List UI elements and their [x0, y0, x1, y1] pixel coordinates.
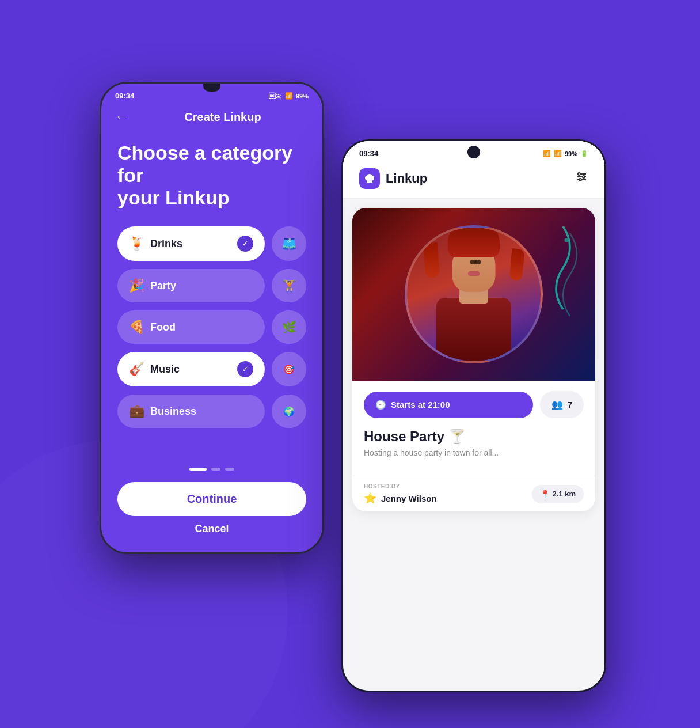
continue-button[interactable]: Continue [117, 482, 306, 516]
svg-point-6 [564, 238, 568, 242]
dot-1 [189, 468, 207, 471]
back-arrow-button[interactable]: ← [115, 109, 128, 124]
phone-back: 09:34 G; 📶 99% ← Create Linkup Choose a… [100, 82, 324, 554]
host-name: Jenny Wilson [381, 494, 437, 503]
front-signal-icon: 📶 [554, 150, 562, 157]
battery-icon: 🔋 [580, 150, 588, 157]
dots-indicator [117, 468, 306, 471]
pin-icon: 📍 [540, 490, 550, 499]
extra-button-2[interactable]: 🌍 [272, 395, 306, 428]
people-icon: 👥 [551, 399, 563, 410]
hosted-label: HOSTED BY [364, 483, 437, 490]
drinks-row: 🍹 Drinks ✓ 🩳 [117, 226, 306, 261]
hosted-by: HOSTED BY ⭐ Jenny Wilson [364, 483, 437, 505]
back-bottom-section: Continue Cancel [101, 456, 322, 552]
event-title: House Party 🍸 [364, 429, 584, 445]
party-button[interactable]: 🎉 Party [117, 269, 265, 302]
app-header: Linkup [343, 161, 604, 199]
drinks-check: ✓ [237, 236, 253, 252]
card-image [352, 208, 595, 381]
event-card: 🕘 Starts at 21:00 👥 7 House Party 🍸 Host… [352, 208, 595, 511]
back-screen-title: Create Linkup [137, 111, 309, 124]
nature-button[interactable]: 🌿 [272, 310, 306, 344]
continue-label: Continue [187, 492, 237, 505]
back-nav-header: ← Create Linkup [101, 104, 322, 130]
battery-text: 99% [296, 93, 309, 100]
party-label: Party [150, 280, 176, 292]
dot-2 [211, 468, 220, 471]
people-count-button[interactable]: 👥 7 [540, 391, 584, 418]
front-wifi-icon: 📶 [543, 150, 551, 157]
star-icon: ⭐ [364, 492, 376, 505]
party-row: 🎉 Party 🏋️ [117, 269, 306, 302]
music-row: 🎸 Music ✓ 🎯 [117, 352, 306, 386]
app-logo-icon [359, 168, 380, 189]
starts-at-button[interactable]: 🕘 Starts at 21:00 [364, 392, 533, 418]
category-list: 🍹 Drinks ✓ 🩳 🎉 Party 🏋 [117, 226, 306, 428]
food-button[interactable]: 🍕 Food [117, 310, 265, 344]
front-time: 09:34 [359, 149, 378, 158]
app-name: Linkup [386, 171, 427, 186]
svg-point-5 [579, 179, 581, 181]
drinks-label: Drinks [150, 238, 182, 250]
choose-title: Choose a category foryour Linkup [117, 142, 306, 209]
business-label: Business [150, 405, 196, 418]
clock-icon: 🕘 [375, 400, 386, 410]
party-emoji: 🎉 [129, 278, 144, 293]
distance-badge: 📍 2.1 km [532, 485, 584, 503]
people-number: 7 [568, 400, 572, 410]
app-logo: Linkup [359, 168, 427, 189]
signal-icon: 📶 [285, 92, 293, 100]
music-label: Music [150, 363, 180, 376]
drinks-button[interactable]: 🍹 Drinks ✓ [117, 226, 265, 261]
card-info: House Party 🍸 Hosting a house party in t… [352, 426, 595, 476]
extra-button-1[interactable]: 🎯 [272, 352, 306, 386]
back-notch [203, 84, 220, 92]
distance-text: 2.1 km [553, 490, 576, 498]
drinks-emoji: 🍹 [129, 236, 144, 251]
cancel-button[interactable]: Cancel [117, 523, 306, 535]
filter-icon[interactable] [575, 170, 588, 187]
business-emoji: 💼 [129, 404, 144, 419]
wifi-icon: G; [269, 93, 282, 100]
shorts-button[interactable]: 🩳 [272, 226, 306, 261]
food-emoji: 🍕 [129, 320, 144, 335]
dot-3 [225, 468, 234, 471]
starts-label: Starts at 21:00 [391, 400, 450, 410]
business-button[interactable]: 💼 Business [117, 395, 265, 428]
svg-point-4 [583, 176, 585, 178]
svg-point-3 [578, 173, 580, 175]
phone-front: 09:34 📶 📶 99% 🔋 Linkup [341, 139, 606, 692]
front-notch [467, 146, 480, 158]
front-status-icons: 📶 📶 99% 🔋 [543, 150, 588, 157]
back-content: Choose a category foryour Linkup 🍹 Drink… [101, 130, 322, 439]
host-info: ⭐ Jenny Wilson [364, 492, 437, 505]
music-emoji: 🎸 [129, 362, 144, 377]
back-status-icons: G; 📶 99% [269, 92, 309, 100]
front-battery: 99% [565, 150, 577, 157]
card-actions: 🕘 Starts at 21:00 👥 7 [352, 381, 595, 426]
back-time: 09:34 [115, 92, 134, 100]
music-check: ✓ [237, 361, 253, 377]
business-row: 💼 Business 🌍 [117, 395, 306, 428]
card-footer: HOSTED BY ⭐ Jenny Wilson 📍 2.1 km [352, 476, 595, 511]
food-row: 🍕 Food 🌿 [117, 310, 306, 344]
food-label: Food [150, 321, 176, 333]
fitness-button[interactable]: 🏋️ [272, 269, 306, 302]
music-button[interactable]: 🎸 Music ✓ [117, 352, 265, 386]
event-desc: Hosting a house party in town for all... [364, 448, 584, 457]
